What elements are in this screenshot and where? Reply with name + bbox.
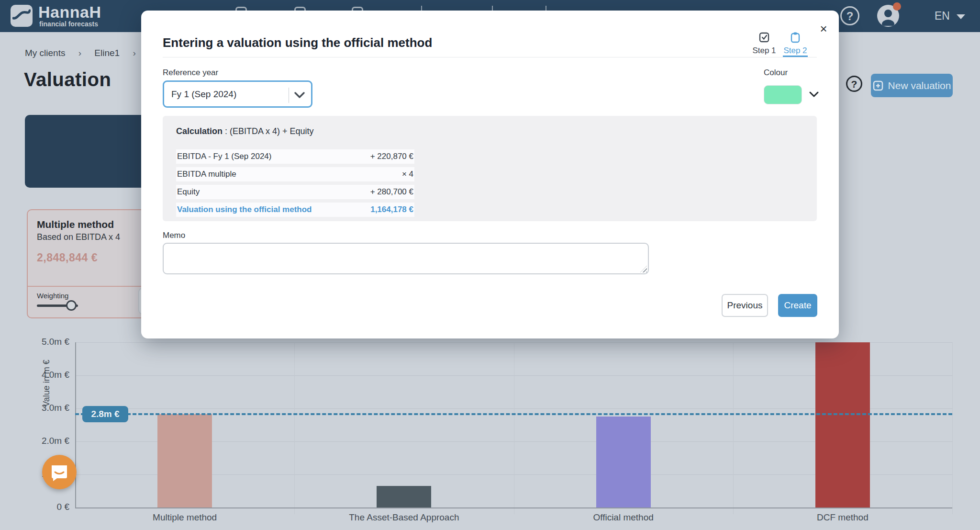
- help-icon[interactable]: ?: [840, 6, 859, 25]
- chart-bar[interactable]: [596, 417, 651, 507]
- person-icon: [880, 8, 897, 26]
- x-axis-line: [75, 507, 952, 508]
- calc-row-label: Equity: [177, 187, 200, 197]
- step2-label: Step 2: [783, 46, 807, 55]
- chart-bar[interactable]: [377, 486, 431, 507]
- breadcrumb-separator: ›: [78, 48, 81, 58]
- weighting-label: Weighting: [37, 292, 68, 300]
- create-button[interactable]: Create: [778, 294, 817, 317]
- calc-row-total: Valuation using the official method 1,16…: [176, 203, 414, 217]
- close-icon[interactable]: ×: [815, 20, 832, 37]
- gridline-vertical: [733, 342, 734, 514]
- method-card-subtitle: Based on EBITDA x 4: [37, 232, 120, 242]
- y-tick-label: 2.0m €: [22, 436, 69, 446]
- chevron-down-icon: [294, 91, 305, 99]
- chart-bar[interactable]: [157, 414, 212, 507]
- calc-total-value: 1,164,178 €: [370, 205, 413, 214]
- new-valuation-label: New valuation: [888, 80, 951, 91]
- calc-row-equity: Equity + 280,700 €: [176, 185, 414, 199]
- y-tick-label: 3.0m €: [22, 403, 69, 413]
- calculation-header-bold: Calculation: [176, 126, 223, 136]
- weighted-average-line: [75, 413, 952, 415]
- select-divider: [289, 88, 289, 103]
- gridline-vertical: [514, 342, 514, 514]
- calc-total-label: Valuation using the official method: [177, 205, 312, 214]
- y-tick-label: 0 €: [22, 502, 69, 512]
- gridline-vertical: [294, 342, 295, 514]
- breadcrumb-item-client[interactable]: Eline1: [94, 48, 120, 58]
- calculation-header-rest: : (EBITDA x 4) + Equity: [223, 126, 314, 136]
- forecast-curve-icon: [12, 7, 31, 25]
- calc-row-label: EBITDA multiple: [177, 169, 236, 179]
- memo-label: Memo: [163, 231, 185, 240]
- reference-year-select[interactable]: Fy 1 (Sep 2024): [163, 80, 312, 108]
- x-category-label: Official method: [537, 512, 710, 523]
- chat-icon: [50, 464, 68, 481]
- calc-row-value: × 4: [402, 169, 413, 179]
- language-selector[interactable]: EN: [935, 10, 950, 23]
- page-title: Valuation: [24, 69, 111, 90]
- calc-row-label: EBITDA - Fy 1 (Sep 2024): [177, 152, 271, 161]
- x-category-label: The Asset-Based Approach: [318, 512, 490, 523]
- colour-chevron-down-icon[interactable]: [809, 91, 819, 98]
- weighting-slider-thumb[interactable]: [66, 300, 77, 311]
- weighted-average-badge: 2.8m €: [82, 406, 128, 422]
- step2-clipboard-icon: [774, 32, 817, 44]
- breadcrumb-item-my-clients[interactable]: My clients: [25, 48, 65, 58]
- modal-header-divider: [163, 57, 817, 57]
- chat-launcher-button[interactable]: [42, 455, 77, 489]
- colour-label: Colour: [764, 68, 788, 78]
- gridline-vertical: [952, 342, 953, 514]
- y-tick-label: 4.0m €: [22, 370, 69, 380]
- reference-year-label: Reference year: [163, 68, 218, 78]
- tab-step-2[interactable]: Step 2: [774, 32, 817, 56]
- method-card-title: Multiple method: [37, 219, 114, 230]
- brand-logo-icon[interactable]: [11, 5, 33, 27]
- valuation-modal: × Entering a valuation using the officia…: [141, 11, 839, 338]
- memo-textarea[interactable]: [163, 243, 649, 274]
- breadcrumb-separator: ›: [133, 48, 135, 58]
- y-axis-line: [75, 342, 76, 507]
- brand-tagline: financial forecasts: [39, 20, 98, 28]
- calc-row-multiple: EBITDA multiple × 4: [176, 167, 414, 181]
- brand-name: HannaH: [38, 3, 101, 22]
- language-caret-icon[interactable]: [957, 14, 965, 19]
- method-card-value: 2,848,844 €: [37, 251, 98, 264]
- step1-label: Step 1: [752, 46, 776, 55]
- x-category-label: Multiple method: [99, 512, 271, 523]
- calc-row-ebitda: EBITDA - Fy 1 (Sep 2024) + 220,870 €: [176, 149, 414, 164]
- page-help-icon[interactable]: ?: [846, 76, 862, 92]
- app-root: Value in m € 0 €1.0m €2.0m €3.0m €4.0m €…: [0, 0, 980, 530]
- calculation-header: Calculation : (EBITDA x 4) + Equity: [176, 126, 314, 136]
- modal-title: Entering a valuation using the official …: [163, 35, 432, 50]
- previous-button[interactable]: Previous: [722, 294, 768, 317]
- colour-swatch[interactable]: [764, 85, 802, 104]
- new-valuation-button[interactable]: New valuation: [871, 74, 953, 97]
- x-category-label: DCF method: [757, 512, 929, 523]
- calc-row-value: + 280,700 €: [370, 187, 413, 197]
- notification-dot: [893, 2, 901, 11]
- plus-square-icon: [873, 80, 883, 91]
- calculation-box: Calculation : (EBITDA x 4) + Equity EBIT…: [163, 116, 817, 221]
- calc-row-value: + 220,870 €: [370, 152, 413, 161]
- y-tick-label: 5.0m €: [22, 337, 69, 347]
- chart-bar[interactable]: [815, 342, 870, 507]
- reference-year-value: Fy 1 (Sep 2024): [171, 89, 236, 100]
